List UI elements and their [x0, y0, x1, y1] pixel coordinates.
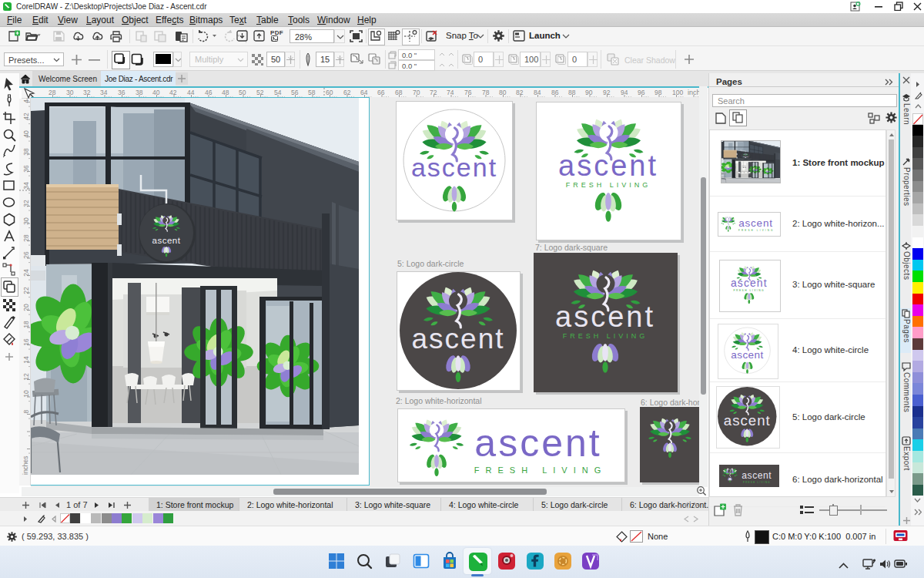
- svg-text:FRESH LIVING: FRESH LIVING: [734, 289, 765, 292]
- svg-text:FRESH LIVING: FRESH LIVING: [738, 229, 775, 232]
- svg-text:ascent: ascent: [411, 323, 504, 355]
- svg-text:ascent: ascent: [731, 277, 768, 289]
- svg-text:FRESH LIVING: FRESH LIVING: [563, 332, 648, 340]
- svg-text:FRESH LIVING: FRESH LIVING: [743, 481, 771, 484]
- svg-text:ascent: ascent: [724, 412, 771, 428]
- svg-text:ascent: ascent: [555, 301, 655, 333]
- svg-text:ascent: ascent: [731, 349, 764, 361]
- svg-text:FRESH LIVING: FRESH LIVING: [474, 465, 607, 475]
- svg-text:ascent: ascent: [558, 150, 658, 182]
- svg-text:ascent: ascent: [742, 470, 772, 481]
- svg-text:ascent: ascent: [474, 422, 601, 465]
- svg-text:ascent: ascent: [738, 217, 773, 229]
- svg-text:ascent: ascent: [411, 153, 497, 182]
- svg-text:FRESH LIVING: FRESH LIVING: [566, 181, 651, 189]
